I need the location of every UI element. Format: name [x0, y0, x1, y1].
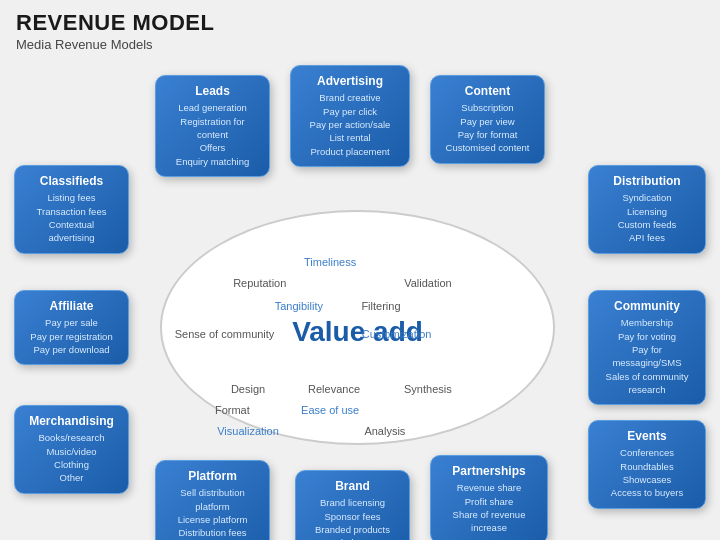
value-add-word-10: Format	[215, 404, 250, 416]
card-partnerships: Partnerships Revenue shareProfit shareSh…	[430, 455, 548, 540]
value-add-word-12: Visualization	[217, 425, 279, 437]
card-classifieds-title: Classifieds	[25, 174, 118, 188]
card-merchandising-title: Merchandising	[25, 414, 118, 428]
card-partnerships-body: Revenue shareProfit shareShare of revenu…	[441, 481, 537, 534]
value-add-word-7: Design	[231, 383, 265, 395]
card-content-body: SubscriptionPay per viewPay for formatCu…	[441, 101, 534, 154]
card-leads-title: Leads	[166, 84, 259, 98]
card-classifieds-body: Listing feesTransaction feesContextualad…	[25, 191, 118, 244]
card-platform-title: Platform	[166, 469, 259, 483]
card-distribution-title: Distribution	[599, 174, 695, 188]
card-distribution-body: SyndicationLicensingCustom feedsAPI fees	[599, 191, 695, 244]
card-content: Content SubscriptionPay per viewPay for …	[430, 75, 545, 164]
header: REVENUE MODEL Media Revenue Models	[0, 0, 720, 56]
value-add-word-3: Tangibility	[275, 300, 323, 312]
card-partnerships-title: Partnerships	[441, 464, 537, 478]
card-classifieds: Classifieds Listing feesTransaction fees…	[14, 165, 129, 254]
card-advertising: Advertising Brand creativePay per clickP…	[290, 65, 410, 167]
card-events: Events ConferencesRoundtablesShowcasesAc…	[588, 420, 706, 509]
card-events-title: Events	[599, 429, 695, 443]
value-add-word-13: Analysis	[364, 425, 405, 437]
card-affiliate-title: Affiliate	[25, 299, 118, 313]
value-add-word-5: Sense of community	[175, 328, 275, 340]
card-advertising-title: Advertising	[301, 74, 399, 88]
card-merchandising-body: Books/researchMusic/videoClothingOther	[25, 431, 118, 484]
card-platform-body: Sell distributionplatformLicense platfor…	[166, 486, 259, 540]
value-add-word-2: Validation	[404, 277, 452, 289]
value-add-words: Value addReputationTimelinessValidationT…	[162, 212, 553, 443]
card-brand: Brand Brand licensingSponsor feesBranded…	[295, 470, 410, 540]
card-advertising-body: Brand creativePay per clickPay per actio…	[301, 91, 399, 157]
page-subtitle: Media Revenue Models	[16, 37, 704, 52]
card-brand-title: Brand	[306, 479, 399, 493]
card-community-body: MembershipPay for votingPay formessaging…	[599, 316, 695, 396]
card-content-title: Content	[441, 84, 534, 98]
card-community: Community MembershipPay for votingPay fo…	[588, 290, 706, 405]
value-add-word-4: Filtering	[361, 300, 400, 312]
card-platform: Platform Sell distributionplatformLicens…	[155, 460, 270, 540]
card-distribution: Distribution SyndicationLicensingCustom …	[588, 165, 706, 254]
value-add-word-11: Ease of use	[301, 404, 359, 416]
value-add-word-9: Synthesis	[404, 383, 452, 395]
value-add-word-6: Customization	[362, 328, 432, 340]
value-add-area: Value addReputationTimelinessValidationT…	[160, 210, 555, 445]
card-leads: Leads Lead generationRegistration forcon…	[155, 75, 270, 177]
value-add-word-8: Relevance	[308, 383, 360, 395]
value-add-word-1: Timeliness	[304, 256, 356, 268]
card-brand-body: Brand licensingSponsor feesBranded produ…	[306, 496, 399, 540]
main-area: Value addReputationTimelinessValidationT…	[0, 65, 720, 540]
card-merchandising: Merchandising Books/researchMusic/videoC…	[14, 405, 129, 494]
card-leads-body: Lead generationRegistration forcontentOf…	[166, 101, 259, 167]
value-add-word-0: Reputation	[233, 277, 286, 289]
card-events-body: ConferencesRoundtablesShowcasesAccess to…	[599, 446, 695, 499]
card-affiliate: Affiliate Pay per salePay per registrati…	[14, 290, 129, 365]
card-affiliate-body: Pay per salePay per registrationPay per …	[25, 316, 118, 356]
card-community-title: Community	[599, 299, 695, 313]
page-title: REVENUE MODEL	[16, 10, 704, 36]
